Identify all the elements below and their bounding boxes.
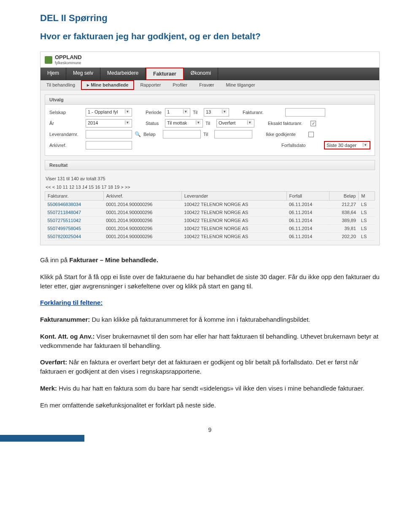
results-table: Fakturanr. Arkivref. Leverandør Forfall … [45,191,375,241]
subnav-mine-tilganger[interactable]: Mine tilganger [220,80,261,90]
p1a: Gå inn på [40,256,69,263]
subnav-mine-behandlede[interactable]: ▸ Mine behandlede [81,80,134,90]
fakturanr-link[interactable]: 5507499758045 [48,226,81,231]
kont-label: Kont. Att. og Anv.: [40,333,94,340]
table-row: 55072118480470001.2014.900000296100422 T… [45,209,375,217]
app-header: OPPLAND fylkeskommune [40,52,379,68]
nav-meg-selv[interactable]: Meg selv [66,68,100,80]
select-forfall[interactable]: Siste 30 dager [324,141,370,149]
fakturanr-link[interactable]: 5507275511042 [48,218,81,223]
cell-leverandor: 100422 TELENOR NORGE AS [181,217,286,225]
label-belop: Beløp [143,132,160,137]
question-heading: Hvor er fakturaen jeg har godkjent, og e… [40,31,380,41]
cell-leverandor: 100422 TELENOR NORGE AS [181,233,286,241]
app-screenshot: OPPLAND fylkeskommune Hjem Meg selv Meda… [40,52,380,245]
fakturanummer-text: Du kan klikke på fakturanummeret for å k… [90,316,310,323]
col-forfall[interactable]: Forfall [286,192,329,201]
cell-belop: 39,81 [329,225,359,233]
nav-medarbeidere[interactable]: Medarbeidere [100,68,146,80]
sub-nav: Til behandling ▸ Mine behandlede Rapport… [40,80,379,90]
pager-links[interactable]: << < 10 11 12 13 14 15 16 17 18 19 > >> [45,183,375,191]
label-eksakt: Eksakt fakturanr. [268,121,308,126]
search-icon[interactable]: 🔍 [135,131,141,137]
cell-arkivref: 0001.2014.900000296 [103,233,181,241]
input-arkivref[interactable] [86,141,132,149]
cell-forfall: 06.11.2014 [286,217,329,225]
nav-hjem[interactable]: Hjem [40,68,66,80]
pager-current: 14 [82,185,87,190]
subnav-til-behandling[interactable]: Til behandling [40,80,81,90]
merk-label: Merk: [40,385,57,392]
cell-belop: 838,64 [329,209,359,217]
select-ar[interactable]: 2014 [86,119,132,128]
select-periode[interactable]: 1 [165,108,190,117]
table-row: 55078200250440001.2014.900000296100422 T… [45,233,375,241]
label-til2: Til [205,121,214,126]
label-ikke-godkjente: Ikke godkjente [266,132,306,137]
select-status[interactable]: Til mottak [165,119,203,128]
cell-forfall: 06.11.2014 [286,233,329,241]
input-fakturanr[interactable] [285,108,325,117]
nav-fakturaer[interactable]: Fakturaer [146,68,184,80]
col-fakturanr[interactable]: Fakturanr. [45,192,104,201]
cell-forfall: 06.11.2014 [286,225,329,233]
checkbox-ikke-godkjente[interactable] [308,132,314,137]
label-status: Status [146,121,162,126]
footer-bar [0,435,84,442]
page-number: 9 [40,426,380,433]
label-fakturanr: Fakturanr. [243,110,283,115]
logo-subtext: fylkeskommune [55,61,81,65]
select-til-status[interactable]: Overført [216,119,254,128]
pager-prefix[interactable]: << < 10 11 12 13 [46,185,82,190]
p2: Klikk på Start for å få opp ei liste ove… [40,272,380,291]
table-row: 55074997580450001.2014.900000296100422 T… [45,225,375,233]
nav-okonomi[interactable]: Økonomi [184,68,218,80]
section-heading: DEL II Spørring [40,13,380,24]
cell-m: LS [359,233,375,241]
filter-panel: Selskap 1 - Oppland fyl Periode 1 Til 13… [45,105,375,156]
subnav-profiler[interactable]: Profiler [167,80,193,90]
logo-icon [45,56,52,64]
fakturanr-link[interactable]: 5507820025044 [48,234,81,239]
input-belop-til[interactable] [214,130,252,138]
main-nav: Hjem Meg selv Medarbeidere Fakturaer Øko… [40,68,379,80]
label-lev: Leverandørnr. [49,132,83,137]
cell-m: LS [359,201,375,209]
subnav-fravaer[interactable]: Fravær [193,80,220,90]
pager-suffix[interactable]: 15 16 17 18 19 > >> [87,185,130,190]
subnav-rapporter[interactable]: Rapporter [134,80,167,90]
pager-info: Viser 131 til 140 av totalt 375 [45,174,375,183]
select-selskap[interactable]: 1 - Oppland fyl [86,108,132,117]
cell-arkivref: 0001.2014.900000296 [103,225,181,233]
cell-leverandor: 100422 TELENOR NORGE AS [181,209,286,217]
col-m[interactable]: M [359,192,375,201]
select-til-periode[interactable]: 13 [204,108,229,117]
fakturanr-link[interactable]: 5506946838034 [48,202,81,207]
col-arkivref[interactable]: Arkivref. [103,192,181,201]
cell-m: LS [359,225,375,233]
cell-belop: 202,20 [329,233,359,241]
merk-text: Hvis du har hatt en faktura som du bare … [57,385,364,392]
label-periode: Periode [146,110,162,115]
cell-belop: 389,89 [329,217,359,225]
input-belop[interactable] [163,130,201,138]
p1b: Fakturaer – Mine behandlede. [69,256,158,263]
label-arkivref: Arkivref. [49,143,83,148]
label-forfall: Forfallsdato [281,143,321,148]
fakturanummer-label: Fakturanummer: [40,316,90,323]
checkbox-eksakt[interactable] [310,121,316,126]
col-belop[interactable]: Beløp [329,192,359,201]
body-text: Gå inn på Fakturaer – Mine behandlede. K… [40,255,380,410]
cell-forfall: 06.11.2014 [286,201,329,209]
col-leverandor[interactable]: Leverandør [181,192,286,201]
forklaring-link[interactable]: Forklaring til feltene: [40,299,103,306]
label-selskap: Selskap [49,110,83,115]
cell-leverandor: 100422 TELENOR NORGE AS [181,201,286,209]
utvalg-header: Utvalg [45,95,375,105]
cell-m: LS [359,217,375,225]
table-row: 55072755110420001.2014.900000296100422 T… [45,217,375,225]
overfort-label: Overført: [40,358,67,366]
input-lev[interactable] [86,130,132,138]
cell-leverandor: 100422 TELENOR NORGE AS [181,225,286,233]
fakturanr-link[interactable]: 5507211848047 [48,210,81,215]
